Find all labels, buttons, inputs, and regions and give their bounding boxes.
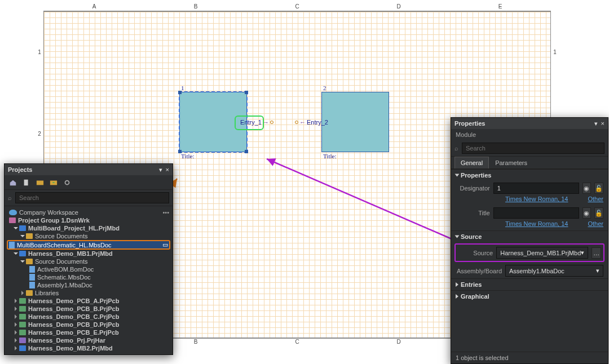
arrow-left-icon: ←	[299, 119, 306, 126]
browse-button[interactable]: …	[592, 247, 601, 259]
section-entries[interactable]: Entries	[451, 278, 608, 290]
tree-row-project[interactable]: Harness_Demo_Prj.PrjHar	[5, 336, 173, 344]
module-entry-2[interactable]: ← Entry_2	[295, 119, 328, 126]
search-icon: ⌕	[8, 194, 12, 201]
panel-header[interactable]: Projects ▾ ×	[5, 164, 173, 175]
module-designator: 1	[181, 85, 184, 91]
tree-row-project[interactable]: Harness_Demo_MB1.PrjMbd	[5, 250, 173, 258]
visibility-icon[interactable]: ◉	[582, 183, 591, 194]
resize-handle[interactable]	[245, 91, 248, 94]
designator-label: Designator	[456, 185, 490, 192]
tree-row-folder[interactable]: Source Documents	[5, 232, 173, 240]
file-icon[interactable]	[23, 179, 30, 187]
module-title: Title:	[323, 153, 336, 159]
tree-row-project[interactable]: Harness_Demo_PCB_A.PrjPcb	[5, 297, 173, 305]
row-designator: Designator ◉ 🔓	[451, 181, 608, 196]
port-icon[interactable]	[270, 121, 273, 124]
folder-arrow-icon[interactable]	[50, 179, 58, 187]
project-icon	[19, 251, 26, 256]
home-icon[interactable]	[9, 179, 17, 187]
tree-row-folder[interactable]: Libraries	[5, 289, 173, 297]
tree-row-group[interactable]: Project Group 1.DsnWrk	[5, 216, 173, 224]
title-input[interactable]	[493, 207, 579, 219]
entry-label: Entry_2	[307, 119, 328, 126]
projects-search-input[interactable]	[15, 192, 169, 203]
source-dropdown[interactable]: Harness_Demo_MB1.PrjMbd ▾	[496, 247, 588, 259]
chevron-right-icon[interactable]	[15, 322, 17, 327]
tree-row-project[interactable]: Harness_Demo_PCB_C.PrjPcb	[5, 313, 173, 321]
gear-icon[interactable]	[63, 179, 71, 187]
panel-header[interactable]: Properties ▾ ×	[451, 118, 608, 129]
close-icon[interactable]: ×	[601, 120, 604, 127]
module-2[interactable]: 2 Title: ← Entry_2	[321, 92, 389, 152]
properties-tabs: General Parameters	[451, 157, 608, 169]
svg-rect-3	[37, 180, 43, 185]
ruler-top: ABCDE	[43, 3, 551, 11]
tab-general[interactable]: General	[454, 157, 489, 168]
lock-icon[interactable]: 🔓	[594, 183, 603, 194]
svg-point-5	[65, 180, 69, 184]
projects-panel[interactable]: Projects ▾ × ⌕ Company Workspace••• Proj…	[4, 163, 173, 355]
properties-subtitle: Module	[451, 129, 608, 140]
folder-icon	[26, 233, 33, 239]
properties-search-input[interactable]	[462, 143, 604, 154]
chevron-down-icon[interactable]	[14, 252, 18, 255]
tree-row-project[interactable]: Harness_Demo_PCB_E.PrjPcb	[5, 329, 173, 336]
chevron-right-icon[interactable]	[15, 330, 17, 335]
properties-panel[interactable]: Properties ▾ × Module ⌕ General Paramete…	[451, 117, 608, 364]
module-title: Title:	[181, 153, 194, 159]
chevron-right-icon[interactable]	[15, 338, 17, 343]
section-source[interactable]: Source	[451, 230, 608, 242]
tree-row-project[interactable]: Harness_Demo_PCB_D.PrjPcb	[5, 321, 173, 329]
panel-title: Properties	[454, 120, 485, 127]
folder-icon[interactable]	[36, 179, 44, 187]
properties-footer: 1 object is selected	[451, 352, 608, 363]
tree-row-workspace[interactable]: Company Workspace•••	[5, 208, 173, 216]
section-graphical[interactable]: Graphical	[451, 290, 608, 302]
tree-row-doc[interactable]: ActiveBOM.BomDoc	[5, 265, 173, 273]
tree-row-project[interactable]: MultiBoard_Project_HL.PrjMbd	[5, 224, 173, 232]
tree-row-doc[interactable]: Assembly1.MbaDoc	[5, 281, 173, 289]
pin-icon[interactable]: ▾	[159, 166, 162, 174]
tree-row-project[interactable]: Harness_Demo_MB2.PrjMbd	[5, 344, 173, 352]
lock-icon[interactable]: 🔓	[594, 207, 603, 219]
pin-icon[interactable]: ▾	[594, 120, 598, 127]
chevron-right-icon[interactable]	[15, 307, 17, 311]
title-font-link[interactable]: Times New Roman, 14	[505, 220, 568, 227]
close-icon[interactable]: ×	[166, 166, 169, 174]
chevron-right-icon[interactable]	[15, 314, 17, 319]
more-icon[interactable]: •••	[162, 209, 169, 216]
resize-handle[interactable]	[245, 150, 248, 153]
chevron-down-icon: ▾	[596, 267, 599, 274]
row-title: Title ◉ 🔓	[451, 206, 608, 220]
pcb-project-icon	[19, 330, 26, 335]
tab-parameters[interactable]: Parameters	[489, 157, 533, 168]
assembly-dropdown[interactable]: Assembly1.MbaDoc ▾	[505, 265, 603, 277]
tree-row-project[interactable]: Harness_Demo_PCB_B.PrjPcb	[5, 305, 173, 313]
chevron-right-icon[interactable]	[21, 291, 24, 295]
designator-font-link[interactable]: Times New Roman, 14	[505, 196, 568, 202]
chevron-down-icon[interactable]	[20, 235, 25, 237]
project-icon	[19, 345, 26, 351]
chevron-right-icon[interactable]	[15, 299, 17, 303]
visibility-icon[interactable]: ◉	[582, 207, 591, 219]
designator-input[interactable]	[493, 183, 579, 194]
doc-menu-icon[interactable]: ▭	[162, 241, 168, 248]
module-designator: 2	[323, 85, 326, 91]
chevron-right-icon[interactable]	[15, 346, 17, 350]
projects-tree[interactable]: Company Workspace••• Project Group 1.Dsn…	[5, 206, 173, 357]
chevron-down-icon[interactable]	[14, 227, 18, 229]
row-assembly: Assembly/Board Assembly1.MbaDoc ▾	[451, 263, 608, 278]
chevron-down-icon[interactable]	[20, 260, 25, 263]
projects-search-row: ⌕	[5, 190, 173, 206]
tree-row-doc[interactable]: Schematic.MbsDoc	[5, 273, 173, 281]
title-label: Title	[456, 210, 490, 216]
source-label: Source	[458, 250, 493, 256]
tree-row-selected-doc[interactable]: MultiBoardSchematic_HL.MbsDoc▭	[7, 240, 170, 250]
title-other-link[interactable]: Other	[588, 220, 603, 227]
designator-other-link[interactable]: Other	[588, 196, 603, 202]
section-properties[interactable]: Properties	[451, 169, 608, 181]
tree-row-folder[interactable]: Source Documents	[5, 258, 173, 265]
port-icon[interactable]	[295, 121, 298, 124]
pcb-project-icon	[19, 314, 26, 319]
